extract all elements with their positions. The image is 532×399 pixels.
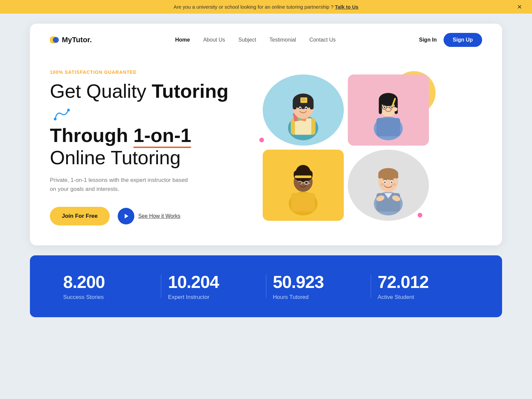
play-button-circle[interactable] <box>118 208 134 224</box>
main-card: MyTutor. Home About Us Subject Testimoni… <box>30 24 502 245</box>
tutor-figure-4 <box>354 155 423 215</box>
stat-hours-tutored: 50.923 Hours Tutored <box>266 272 371 301</box>
sign-in-button[interactable]: Sign In <box>419 37 437 43</box>
tutor-image-3 <box>263 150 344 221</box>
talk-to-us-link[interactable]: Talk to Us <box>335 4 358 10</box>
hero-subtext: Private, 1-on-1 lessons with the expert … <box>50 176 190 194</box>
announcement-text: Are you a university or school looking f… <box>174 4 333 10</box>
svg-point-34 <box>391 107 393 108</box>
svg-point-33 <box>384 107 385 108</box>
svg-marker-4 <box>125 214 128 218</box>
hero-heading-line3: Online Tutoring <box>50 147 181 168</box>
svg-rect-46 <box>295 175 312 178</box>
svg-rect-23 <box>376 118 400 136</box>
stat-label-success: Success Stories <box>63 294 154 301</box>
svg-point-67 <box>392 183 396 186</box>
svg-point-59 <box>378 168 398 180</box>
logo-text: MyTutor. <box>62 36 92 44</box>
stats-banner: 8.200 Success Stories 10.204 Expert Inst… <box>30 255 502 317</box>
stat-label-expert: Expert Instructor <box>168 294 259 301</box>
nav-item-contact[interactable]: Contact Us <box>309 37 335 43</box>
close-announcement-button[interactable]: ✕ <box>517 3 522 11</box>
stat-label-active: Active Student <box>378 294 469 301</box>
nav-link-home[interactable]: Home <box>175 37 190 43</box>
doodle-icon <box>52 107 70 122</box>
tutor-figure-3 <box>269 155 337 215</box>
hero-actions: Join For Free See How it Works <box>50 207 249 225</box>
hero-image-grid <box>263 74 429 221</box>
logo-icon <box>50 35 59 45</box>
nav-item-home[interactable]: Home <box>175 37 190 43</box>
stat-active-student: 72.012 Active Student <box>371 272 475 301</box>
stat-label-hours: Hours Tutored <box>273 294 364 301</box>
svg-rect-40 <box>291 193 315 211</box>
hero-section: 100% Satisfaction Guarantee Get Quality … <box>30 56 502 245</box>
hero-heading-line1: Get Quality Tutoring <box>50 80 228 124</box>
tutor-image-1 <box>263 74 344 146</box>
stat-expert-instructor: 10.204 Expert Instructor <box>161 272 266 301</box>
svg-rect-27 <box>395 99 398 114</box>
tutor-image-grid <box>263 74 429 221</box>
stat-success-stories: 8.200 Success Stories <box>57 272 161 301</box>
svg-point-37 <box>392 107 398 111</box>
svg-point-54 <box>296 182 301 186</box>
svg-point-3 <box>54 118 57 120</box>
tutor-figure-1 <box>269 80 337 140</box>
hero-heading-through: Through <box>50 124 133 146</box>
nav-actions: Sign In Sign Up <box>419 33 482 47</box>
stat-number-active: 72.012 <box>378 272 469 292</box>
svg-rect-61 <box>395 174 398 179</box>
tutor-image-2 <box>348 74 429 146</box>
svg-point-64 <box>384 181 386 183</box>
svg-rect-14 <box>310 101 314 109</box>
svg-point-20 <box>299 107 301 109</box>
nav-link-testimonial[interactable]: Testimonial <box>269 37 296 43</box>
tutor-figure-2 <box>354 80 423 140</box>
stat-number-hours: 50.923 <box>273 272 364 292</box>
svg-point-21 <box>306 107 307 109</box>
svg-point-2 <box>67 109 70 111</box>
nav-link-about[interactable]: About Us <box>203 37 225 43</box>
see-how-text: See How it Works <box>138 213 181 219</box>
nav-item-about[interactable]: About Us <box>203 37 225 43</box>
svg-rect-26 <box>379 99 382 114</box>
see-how-it-works-link[interactable]: See How it Works <box>118 208 181 224</box>
svg-rect-13 <box>293 101 297 109</box>
svg-rect-15 <box>301 97 308 103</box>
nav-link-contact[interactable]: Contact Us <box>309 37 335 43</box>
announcement-bar: Are you a university or school looking f… <box>0 0 532 14</box>
play-icon <box>123 213 129 219</box>
svg-point-53 <box>306 182 307 183</box>
stat-number-expert: 10.204 <box>168 272 259 292</box>
nav-links: Home About Us Subject Testimonial Contac… <box>92 37 419 43</box>
nav-item-testimonial[interactable]: Testimonial <box>269 37 296 43</box>
svg-point-1 <box>53 37 59 43</box>
svg-point-66 <box>380 183 385 186</box>
guarantee-tag: 100% Satisfaction Guarantee <box>50 69 249 75</box>
hero-heading-1on1: 1-on-1 <box>133 124 191 147</box>
nav-item-subject[interactable]: Subject <box>238 37 256 43</box>
svg-rect-60 <box>378 174 381 179</box>
svg-point-65 <box>391 181 393 183</box>
stat-number-success: 8.200 <box>63 272 154 292</box>
sign-up-button[interactable]: Sign Up <box>444 33 482 47</box>
hero-left: 100% Satisfaction Guarantee Get Quality … <box>50 69 249 225</box>
hero-heading: Get Quality Tutoring Through 1-on-1 Onli… <box>50 80 249 169</box>
join-for-free-button[interactable]: Join For Free <box>50 207 110 225</box>
logo[interactable]: MyTutor. <box>50 35 92 45</box>
navbar: MyTutor. Home About Us Subject Testimoni… <box>30 24 502 56</box>
nav-link-subject[interactable]: Subject <box>238 37 256 43</box>
tutor-image-4 <box>348 150 429 221</box>
